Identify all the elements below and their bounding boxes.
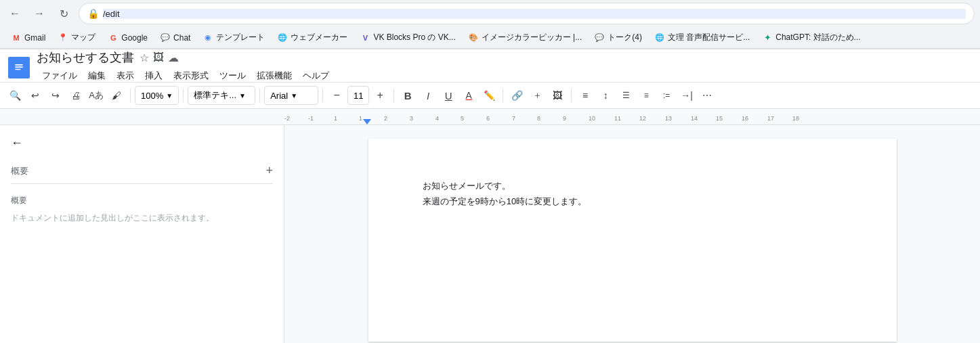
folder-icon[interactable]: 🖼 (153, 51, 164, 64)
bookmarks-bar: M Gmail 📍 マップ G Google 💬 Chat ◉ テンプレート 🌐… (0, 27, 980, 49)
doc-area[interactable]: お知らせメールです。 来週の予定を9時から10時に変更します。 (284, 125, 980, 343)
ruler-num-15: 15 (716, 115, 723, 122)
svg-rect-2 (15, 66, 23, 68)
ruler-num-10: 10 (589, 115, 595, 122)
bookmark-webmaker[interactable]: 🌐 ウェブメーカー (272, 30, 353, 45)
align-button[interactable]: ≡ (576, 86, 595, 105)
style-dropdown-icon: ▼ (239, 92, 246, 99)
ruler-num-17: 17 (767, 115, 774, 122)
menu-tools[interactable]: ツール (214, 67, 251, 85)
zoom-control[interactable]: 100% ▼ (135, 86, 179, 105)
outline-placeholder-text: ドキュメントに追加した見出しがここに表示されます。 (11, 212, 273, 224)
bookmark-google-label: Google (121, 33, 148, 43)
ruler-num-7: 7 (512, 115, 515, 122)
back-button[interactable]: ← (5, 4, 24, 23)
menu-help[interactable]: ヘルプ (297, 67, 335, 85)
indent-button[interactable]: →| (677, 86, 696, 105)
font-size-increase-button[interactable]: + (370, 86, 389, 105)
bookmark-gmail[interactable]: M Gmail (5, 30, 51, 45)
ruler-num-3: 3 (410, 115, 413, 122)
gmail-icon: M (11, 32, 22, 43)
svg-rect-3 (15, 69, 20, 70)
outline-back-button[interactable]: ← (11, 136, 273, 150)
outline-add-button[interactable]: + (265, 164, 273, 178)
ruler-num-2: 2 (384, 115, 387, 122)
bookmark-chatgpt[interactable]: ✦ ChatGPT: 対話のため... (757, 30, 866, 45)
doc-line-2[interactable]: 来週の予定を9時から10時に変更します。 (423, 195, 843, 209)
ruler: -2 -1 1 1 2 3 4 5 6 7 8 9 10 11 12 13 14… (0, 109, 980, 125)
menu-insert[interactable]: 挿入 (140, 67, 168, 85)
print-button[interactable]: 🖨 (66, 86, 85, 105)
menu-file[interactable]: ファイル (37, 67, 83, 85)
bookmark-gmail-label: Gmail (24, 33, 45, 43)
voice-icon: 🌐 (654, 32, 665, 43)
doc-page[interactable]: お知らせメールです。 来週の予定を9時から10時に変更します。 (368, 139, 897, 342)
highlight-button[interactable]: ✏️ (480, 86, 498, 105)
style-dropdown[interactable]: 標準テキ... ▼ (188, 86, 255, 105)
outline-panel: ← 概要 + 概要 ドキュメントに追加した見出しがここに表示されます。 (0, 125, 284, 343)
link-button[interactable]: 🔗 (507, 86, 526, 105)
bookmark-voice[interactable]: 🌐 文理 音声配信サービ... (649, 30, 755, 45)
font-size-box[interactable]: 11 (347, 86, 369, 105)
outline-header: 概要 + (11, 164, 273, 178)
bookmark-chat-label: Chat (173, 33, 190, 43)
numbered-list-button[interactable]: := (657, 86, 676, 105)
menu-format[interactable]: 表示形式 (168, 67, 214, 85)
toolbar-sep-2 (183, 89, 184, 102)
docs-header: お知らせする文書 ☆ 🖼 ☁ ファイル 編集 表示 挿入 表示形式 ツール 拡張… (0, 49, 980, 82)
ruler-tab-marker[interactable] (363, 119, 371, 124)
zoom-dropdown-icon: ▼ (166, 92, 173, 99)
reload-button[interactable]: ↻ (54, 4, 73, 23)
bold-button[interactable]: B (398, 86, 417, 105)
menu-view[interactable]: 表示 (111, 67, 140, 85)
forward-button[interactable]: → (30, 4, 49, 23)
ruler-num-0: 1 (334, 115, 337, 122)
docs-main: ← 概要 + 概要 ドキュメントに追加した見出しがここに表示されます。 お知らせ… (0, 125, 980, 343)
spellcheck-button[interactable]: Aあ (87, 86, 106, 105)
vk-icon: V (360, 32, 370, 43)
image-button[interactable]: 🖼 (548, 86, 567, 105)
italic-button[interactable]: I (419, 86, 438, 105)
bookmark-maps[interactable]: 📍 マップ (52, 30, 101, 45)
bookmark-google[interactable]: G Google (102, 30, 153, 45)
docs-title[interactable]: お知らせする文書 (37, 49, 134, 66)
search-button[interactable]: 🔍 (5, 86, 24, 105)
google-icon: G (108, 32, 119, 43)
font-dropdown[interactable]: Arial ▼ (264, 86, 318, 105)
checklist-button[interactable]: ☰ (616, 86, 635, 105)
redo-button[interactable]: ↪ (46, 86, 65, 105)
ruler-num-4: 4 (435, 115, 439, 122)
address-bar[interactable]: 🔒 (79, 3, 975, 24)
cloud-icon[interactable]: ☁ (168, 51, 179, 64)
talk-icon: 💬 (594, 32, 605, 43)
doc-line-1[interactable]: お知らせメールです。 (423, 179, 843, 193)
text-color-button[interactable]: A (459, 86, 478, 105)
zoom-value: 100% (141, 91, 163, 101)
bookmark-chat[interactable]: 💬 Chat (154, 30, 196, 45)
font-value: Arial (270, 91, 288, 101)
browser-nav: ← → ↻ 🔒 (0, 0, 980, 27)
bookmark-template[interactable]: ◉ テンプレート (197, 30, 270, 45)
line-spacing-button[interactable]: ↕ (596, 86, 615, 105)
undo-button[interactable]: ↩ (26, 86, 45, 105)
underline-button[interactable]: U (439, 86, 458, 105)
menu-edit[interactable]: 編集 (83, 67, 111, 85)
list-button[interactable]: ≡ (637, 86, 656, 105)
bookmark-talk[interactable]: 💬 トーク(4) (589, 30, 647, 45)
font-size-decrease-button[interactable]: − (327, 86, 346, 105)
docs-title-area: お知らせする文書 ☆ 🖼 ☁ ファイル 編集 表示 挿入 表示形式 ツール 拡張… (37, 49, 335, 86)
docs-logo (8, 57, 30, 78)
toolbar-sep-3 (259, 89, 260, 102)
image-picker-icon: 🎨 (468, 32, 479, 43)
comment-button[interactable]: ＋ (528, 86, 547, 105)
ruler-num-neg2: -2 (284, 115, 290, 122)
more-options-button[interactable]: ⋯ (698, 86, 717, 105)
bookmark-vk[interactable]: V VK Blocks Pro の VK... (354, 30, 461, 45)
font-size-value: 11 (354, 91, 363, 101)
menu-extensions[interactable]: 拡張機能 (251, 67, 297, 85)
bookmark-image[interactable]: 🎨 イメージカラーピッカー |... (463, 30, 587, 45)
maps-icon: 📍 (58, 32, 68, 43)
url-input[interactable] (103, 9, 966, 19)
paint-format-button[interactable]: 🖌 (107, 86, 126, 105)
star-icon[interactable]: ☆ (140, 51, 149, 64)
